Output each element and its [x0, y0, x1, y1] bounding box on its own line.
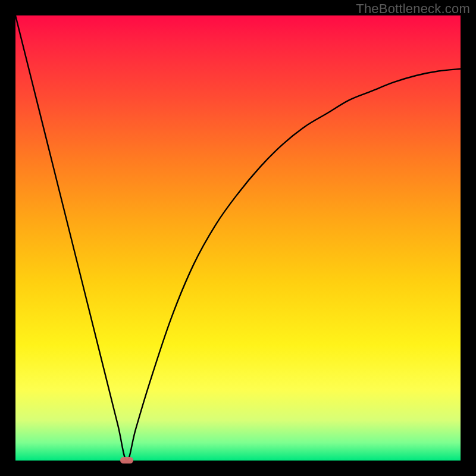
watermark-text: TheBottleneck.com — [356, 1, 470, 17]
minimum-marker — [120, 457, 133, 464]
plot-area — [15, 15, 461, 461]
chart-frame: TheBottleneck.com — [0, 0, 476, 476]
bottleneck-curve — [15, 15, 461, 461]
